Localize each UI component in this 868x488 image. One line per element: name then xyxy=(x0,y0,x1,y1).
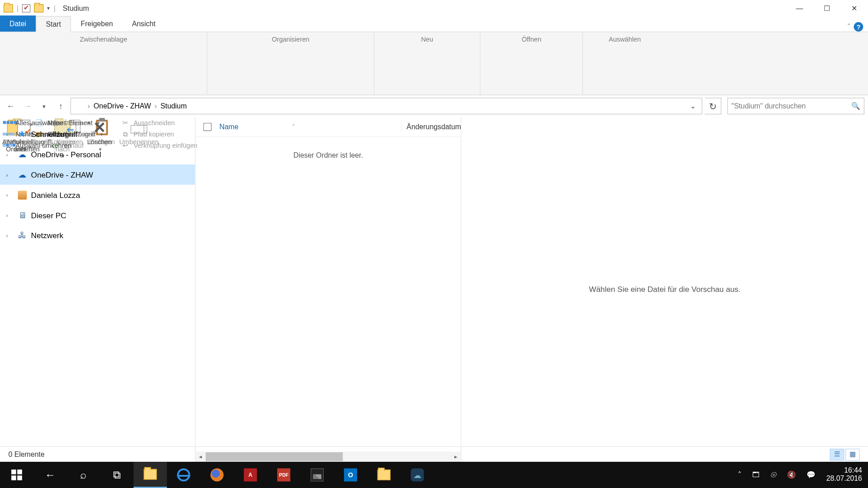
ribbon-tabs: Datei Start Freigeben Ansicht ˆ ? xyxy=(0,16,868,33)
search-placeholder: "Studium" durchsuchen xyxy=(731,102,806,110)
breadcrumb-item[interactable]: Studium xyxy=(158,102,189,110)
chevron-right-icon[interactable]: › xyxy=(6,151,13,158)
tray-wifi-icon[interactable]: ⦾ xyxy=(770,471,776,479)
tree-item-network[interactable]: › 🖧 Netzwerk xyxy=(0,225,195,245)
group-new-label: Neu xyxy=(378,34,476,44)
title-bar: | ✔ ▾ | Studium — ☐ ✕ xyxy=(0,0,868,16)
nav-up-button[interactable]: ↑ xyxy=(54,99,68,113)
tray-action-center-icon[interactable]: 💬 xyxy=(807,471,816,479)
qat-newfolder-icon[interactable] xyxy=(34,4,43,12)
tray-time: 16:44 xyxy=(826,467,862,475)
star-icon: ★ xyxy=(17,129,28,140)
address-folder-icon xyxy=(73,102,83,110)
taskbar-ie[interactable] xyxy=(167,462,200,488)
nav-back-button[interactable]: ← xyxy=(4,99,18,113)
pc-icon: 🖥 xyxy=(17,210,28,221)
status-bar: 0 Elemente ☰ ▦ xyxy=(0,446,868,462)
user-icon xyxy=(17,189,28,200)
tree-label: Schnellzugriff xyxy=(31,130,78,139)
tray-overflow-icon[interactable]: ˄ xyxy=(738,471,741,479)
taskbar-explorer[interactable] xyxy=(133,462,167,488)
select-all-checkbox[interactable] xyxy=(203,122,212,131)
tree-item-quickaccess[interactable]: › ★ Schnellzugriff xyxy=(0,124,195,144)
tab-view[interactable]: Ansicht xyxy=(123,15,165,32)
address-bar-row: ← → ▾ ↑ › OneDrive - ZHAW › Studium ⌄ ↻ … xyxy=(0,95,868,117)
minimize-button[interactable]: — xyxy=(786,0,813,16)
tree-label: Dieser PC xyxy=(31,211,66,220)
tab-file[interactable]: Datei xyxy=(0,15,36,32)
tab-share[interactable]: Freigeben xyxy=(71,15,122,32)
tray-battery-icon[interactable]: 🗔 xyxy=(752,471,760,479)
tab-start[interactable]: Start xyxy=(36,16,71,33)
close-button[interactable]: ✕ xyxy=(840,0,868,16)
column-headers: Name ˄ Änderungsdatum xyxy=(196,117,461,137)
tray-volume-icon[interactable]: 🔇 xyxy=(787,471,796,479)
tray-date: 28.07.2016 xyxy=(826,475,862,483)
chevron-right-icon[interactable]: › xyxy=(6,171,13,178)
group-clipboard-label: Zwischenablage xyxy=(4,34,203,44)
tree-item-user[interactable]: › Daniela Lozza xyxy=(0,185,195,205)
taskbar-cloud-app[interactable]: ☁ xyxy=(401,462,434,488)
status-item-count: 0 Elemente xyxy=(8,450,44,458)
group-open-label: Öffnen xyxy=(484,34,579,44)
cloud-icon: ☁ xyxy=(17,149,28,160)
taskbar-firefox[interactable] xyxy=(200,462,234,488)
qat-properties-icon[interactable]: ✔ xyxy=(22,4,30,12)
taskbar-adobe-reader[interactable]: A xyxy=(234,462,267,488)
sort-indicator-icon: ˄ xyxy=(292,123,295,130)
nav-recent-dropdown[interactable]: ▾ xyxy=(37,99,52,113)
chevron-right-icon[interactable]: › xyxy=(6,232,13,239)
network-icon: 🖧 xyxy=(17,230,28,241)
start-button[interactable] xyxy=(0,462,33,488)
taskbar-photos[interactable] xyxy=(301,462,334,488)
address-bar[interactable]: › OneDrive - ZHAW › Studium ⌄ xyxy=(71,98,703,114)
maximize-button[interactable]: ☐ xyxy=(813,0,841,16)
taskbar-outlook[interactable]: O xyxy=(334,462,367,488)
column-date[interactable]: Änderungsdatum xyxy=(401,122,461,131)
group-organize-label: Organisieren xyxy=(211,34,370,44)
chevron-right-icon[interactable]: › xyxy=(6,192,13,198)
file-list: Name ˄ Änderungsdatum Dieser Ordner ist … xyxy=(196,117,462,462)
qat-dropdown-icon[interactable]: ▾ xyxy=(47,5,50,11)
ribbon: An Schnellzugriff anheften Kopieren Einf… xyxy=(0,32,868,95)
tree-label: Netzwerk xyxy=(31,231,63,240)
group-select-label: Auswählen xyxy=(587,34,663,44)
address-dropdown-icon[interactable]: ⌄ xyxy=(686,102,699,110)
search-icon[interactable]: 🔍 xyxy=(851,102,860,110)
chevron-right-icon[interactable]: › xyxy=(6,212,13,219)
tree-item-onedrive-zhaw[interactable]: › ☁ OneDrive - ZHAW xyxy=(0,164,195,185)
system-tray: ˄ 🗔 ⦾ 🔇 💬 16:44 28.07.2016 xyxy=(738,467,868,483)
breadcrumb-sep: › xyxy=(153,102,158,110)
view-large-icons-button[interactable]: ▦ xyxy=(845,448,860,460)
chevron-right-icon[interactable]: › xyxy=(6,131,13,137)
search-button[interactable]: ⌕ xyxy=(67,462,100,488)
taskview-back-button[interactable]: ← xyxy=(33,462,67,488)
help-icon[interactable]: ? xyxy=(854,22,863,32)
folder-icon xyxy=(4,4,13,12)
tree-item-this-pc[interactable]: › 🖥 Dieser PC xyxy=(0,205,195,225)
tray-clock[interactable]: 16:44 28.07.2016 xyxy=(826,467,862,483)
nav-forward-button[interactable]: → xyxy=(20,99,35,113)
tree-label: OneDrive - Personal xyxy=(31,150,101,159)
view-details-button[interactable]: ☰ xyxy=(830,448,844,460)
cloud-icon: ☁ xyxy=(17,169,28,180)
empty-folder-message: Dieser Ordner ist leer. xyxy=(196,151,461,160)
search-box[interactable]: "Studium" durchsuchen 🔍 xyxy=(727,98,864,114)
column-name[interactable]: Name ˄ xyxy=(219,122,401,131)
window-title: Studium xyxy=(63,4,89,12)
breadcrumb-item[interactable]: OneDrive - ZHAW xyxy=(91,102,153,110)
tree-item-onedrive-personal[interactable]: › ☁ OneDrive - Personal xyxy=(0,144,195,164)
taskbar-onedrive-folder[interactable] xyxy=(367,462,401,488)
quick-access-toolbar: | ✔ ▾ | xyxy=(0,4,59,12)
qat-separator: | xyxy=(17,4,19,12)
ribbon-collapse-icon[interactable]: ˆ xyxy=(848,23,850,31)
preview-hint: Wählen Sie eine Datei für die Vorschau a… xyxy=(589,285,741,294)
qat-separator: | xyxy=(54,4,56,12)
taskbar-pdf-editor[interactable]: PDF xyxy=(267,462,301,488)
taskbar: ← ⌕ ⧉ A PDF O ☁ ˄ 🗔 ⦾ 🔇 💬 16:44 28.07.20… xyxy=(0,462,868,488)
tree-label: Daniela Lozza xyxy=(31,190,80,199)
refresh-button[interactable]: ↻ xyxy=(705,98,722,114)
taskview-button[interactable]: ⧉ xyxy=(100,462,134,488)
tree-label: OneDrive - ZHAW xyxy=(31,170,93,179)
navigation-tree: › ★ Schnellzugriff › ☁ OneDrive - Person… xyxy=(0,117,196,462)
